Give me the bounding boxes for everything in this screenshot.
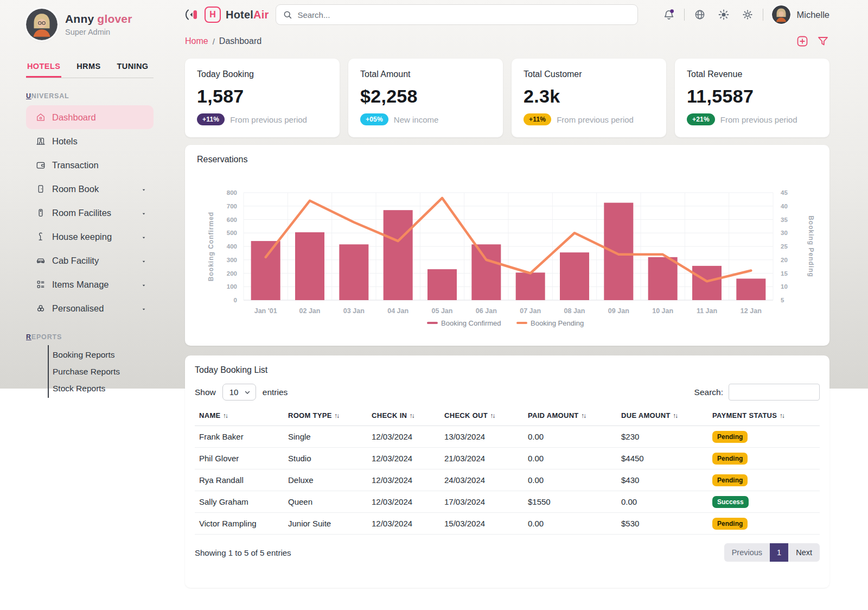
bar-11-jan [692,266,722,300]
column-header-name[interactable]: NAME ↑↓ [195,405,284,426]
divider [763,9,763,21]
stat-cards-row: Today Booking1,587+11%From previous peri… [185,59,829,137]
sidebar-item-cab-facility[interactable]: Cab Facility [26,249,154,272]
svg-text:25: 25 [781,243,788,250]
sidebar-item-house-keeping[interactable]: House keeping [26,225,154,249]
reservations-chart: 0510010200153002040025500306003570040800… [197,185,818,334]
stat-title: Total Revenue [687,69,818,79]
column-header-payment-status[interactable]: PAYMENT STATUS ↑↓ [708,405,820,426]
column-header-room-type[interactable]: ROOM TYPE ↑↓ [284,405,367,426]
settings-gear-icon[interactable] [741,8,754,21]
svg-text:400: 400 [227,243,237,250]
breadcrumb-home[interactable]: Home [185,36,208,46]
avatar[interactable] [26,9,58,40]
language-globe-icon[interactable] [693,8,706,21]
sidebar-item-booking-reports[interactable]: Booking Reports [53,346,154,363]
chevron-down-icon [244,389,251,396]
svg-text:200: 200 [227,270,237,277]
topbar-user[interactable]: Michelle [772,5,829,24]
sidebar-item-dashboard[interactable]: Dashboard [26,105,154,129]
status-badge: Pending [712,518,748,530]
section-universal: UNIVERSAL [26,92,154,100]
stat-caption: From previous period [720,115,797,124]
svg-text:700: 700 [227,203,237,209]
door-icon [35,183,46,194]
showing-entries-text: Showing 1 to 5 of 5 entries [195,548,291,557]
breadcrumb: Home / Dashboard [185,29,829,53]
sidebar-item-room-book[interactable]: Room Book [26,177,154,201]
stat-value: 2.3k [524,86,654,107]
items-icon [35,279,46,290]
brand: H HotelAir [185,7,269,23]
pagination-previous[interactable]: Previous [724,543,770,562]
theme-sun-icon[interactable] [717,8,730,21]
stat-card-today-booking: Today Booking1,587+11%From previous peri… [185,59,340,137]
brand-name: HotelAir [226,9,269,21]
sidebar: Anny glover Super Admin HOTELS HRMS TUNI… [0,0,174,588]
sidebar-item-hotels[interactable]: Hotels [26,129,154,153]
pagination-next[interactable]: Next [788,543,820,562]
search-input[interactable] [297,10,631,20]
sidebar-item-items-manage[interactable]: Items Manage [26,272,154,296]
stat-card-total-amount: Total Amount$2,258+05%New income [348,59,503,137]
status-badge: Pending [712,453,748,465]
stat-badge: +21% [687,113,715,125]
entries-label: entries [263,387,288,397]
topbar: H HotelAir [185,0,829,29]
cell-due-amount: $430 [617,469,708,491]
svg-text:300: 300 [227,257,237,263]
filter-funnel-icon[interactable] [816,35,829,48]
column-header-check-in[interactable]: CHECK IN ↑↓ [367,405,440,426]
cell-check-out: 13/03/2024 [440,426,524,448]
sidebar-item-stock-reports[interactable]: Stock Reports [53,380,154,397]
sidebar-item-label: Hotels [52,136,78,147]
cell-check-in: 12/03/2024 [367,491,440,513]
svg-text:03 Jan: 03 Jan [343,307,365,315]
cell-check-in: 12/03/2024 [367,513,440,535]
sidebar-item-label: Personalised [52,303,104,314]
tab-hotels[interactable]: HOTELS [26,59,61,78]
table-row-sally-graham: Sally GrahamQueen12/03/202417/03/2024$15… [195,491,820,513]
tab-tuning[interactable]: TUNING [116,59,150,78]
cell-room-type: Studio [284,448,367,469]
svg-text:35: 35 [781,217,788,223]
sort-icon: ↑↓ [580,412,585,420]
sidebar-item-transaction[interactable]: Transaction [26,153,154,177]
sidebar-item-personalised[interactable]: Personalised [26,296,154,320]
column-header-due-amount[interactable]: DUE AMOUNT ↑↓ [617,405,708,426]
column-header-paid-amount[interactable]: PAID AMOUNT ↑↓ [524,405,617,426]
sidebar-collapse-icon[interactable] [185,8,199,22]
sort-icon: ↑↓ [778,412,783,420]
table-search-input[interactable] [729,384,820,401]
cell-due-amount: $530 [617,513,708,535]
sidebar-tabs: HOTELS HRMS TUNING [26,59,154,78]
cell-check-in: 12/03/2024 [367,469,440,491]
tab-hrms[interactable]: HRMS [75,59,101,78]
cell-paid-amount: 0.00 [524,513,617,535]
table-title: Today Booking List [195,365,820,375]
add-button[interactable] [796,35,809,48]
cell-due-amount: $230 [617,426,708,448]
column-header-check-out[interactable]: CHECK OUT ↑↓ [440,405,524,426]
stat-value: 11,5587 [687,86,818,107]
svg-text:5: 5 [781,297,784,303]
reservations-card: Reservations 051001020015300204002550030… [185,145,829,346]
svg-text:100: 100 [227,283,237,290]
sidebar-item-label: Items Manage [52,279,109,290]
sidebar-item-label: Room Book [52,184,99,194]
pagination-page-1[interactable]: 1 [770,543,788,562]
entries-select[interactable]: 10 [222,384,256,401]
sidebar-item-room-facilites[interactable]: Room Facilites [26,201,154,225]
chart-title: Reservations [197,155,818,164]
hotelair-logo[interactable]: H [205,7,221,23]
stat-value: 1,587 [197,86,328,107]
svg-text:Booking Pending: Booking Pending [807,215,815,277]
stat-badge: +11% [524,113,551,125]
table-row-rya-randall: Rya RandallDeluxe12/03/202424/03/20240.0… [195,469,820,491]
section-reports: REPORTS [26,333,154,341]
notifications-bell-icon[interactable] [662,8,675,21]
sidebar-item-purchase-reports[interactable]: Purchase Reports [53,363,154,380]
sidebar-item-label: Cab Facility [52,256,99,266]
home-icon [35,112,46,123]
stat-title: Total Amount [360,69,491,79]
